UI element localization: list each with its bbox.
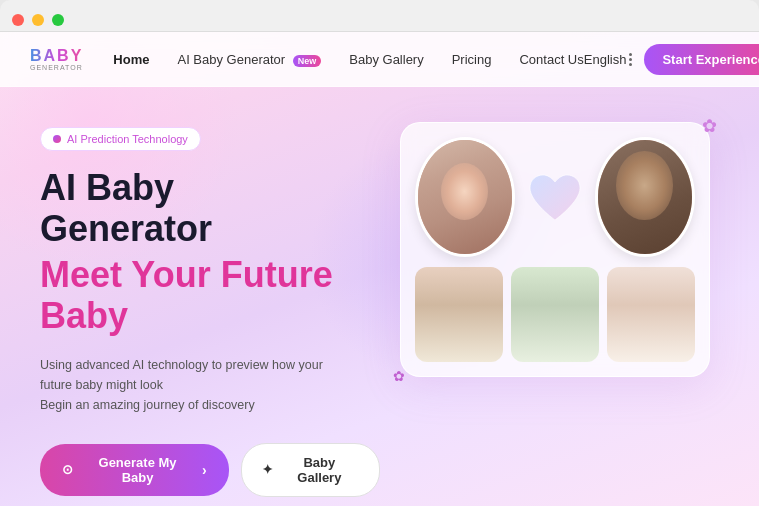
- baby-photo-3-fill: [607, 267, 695, 362]
- nav-right: English Start Experience: [584, 44, 759, 75]
- generate-my-baby-button[interactable]: ⊙ Generate My Baby ›: [40, 444, 229, 496]
- logo-baby-text: BABY: [30, 48, 83, 64]
- flower-decoration-top: ✿: [702, 115, 717, 137]
- hero-description: Using advanced AI technology to preview …: [40, 355, 380, 415]
- language-selector[interactable]: English: [584, 52, 633, 67]
- baby-photo-2-fill: [511, 267, 599, 362]
- nav-home[interactable]: Home: [113, 52, 149, 67]
- hero-right: ✿ ✿: [380, 117, 729, 486]
- language-label: English: [584, 52, 627, 67]
- ai-badge-text: AI Prediction Technology: [67, 133, 188, 145]
- nav-baby-gallery[interactable]: Baby Gallery: [349, 52, 423, 67]
- nav-ai-baby-generator[interactable]: AI Baby Generator New: [177, 52, 321, 67]
- start-experience-button[interactable]: Start Experience: [644, 44, 759, 75]
- hero-title-dark: AI Baby Generator: [40, 167, 380, 250]
- parents-row: [415, 137, 695, 257]
- baby-gallery-button[interactable]: ✦ Baby Gallery: [241, 443, 380, 497]
- ai-badge: AI Prediction Technology: [40, 127, 201, 151]
- nav-links: Home AI Baby Generator New Baby Gallery …: [113, 52, 583, 67]
- generate-icon: ⊙: [62, 462, 73, 477]
- hero-section: AI Prediction Technology AI Baby Generat…: [0, 87, 759, 506]
- babies-row: [415, 267, 695, 362]
- baby-photo-3: [607, 267, 695, 362]
- traffic-light-red[interactable]: [12, 14, 24, 26]
- traffic-light-yellow[interactable]: [32, 14, 44, 26]
- flower-decoration-bottom: ✿: [393, 368, 405, 384]
- hero-title-pink: Meet Your Future Baby: [40, 254, 380, 337]
- heart-center: [525, 170, 585, 225]
- baby-photo-1-fill: [415, 267, 503, 362]
- dad-photo: [595, 137, 695, 257]
- dad-photo-fill: [598, 140, 692, 254]
- new-badge: New: [293, 55, 322, 67]
- image-card: ✿ ✿: [400, 122, 710, 377]
- gallery-sparkle-icon: ✦: [262, 462, 273, 477]
- heart-icon: [525, 170, 585, 225]
- logo[interactable]: BABY GENERATOR: [30, 48, 83, 71]
- baby-photo-2: [511, 267, 599, 362]
- page: BABY GENERATOR Home AI Baby Generator Ne…: [0, 32, 759, 506]
- generate-arrow-icon: ›: [202, 462, 207, 478]
- mom-photo: [415, 137, 515, 257]
- nav-pricing[interactable]: Pricing: [452, 52, 492, 67]
- browser-chrome: [0, 0, 759, 32]
- hero-buttons: ⊙ Generate My Baby › ✦ Baby Gallery: [40, 443, 380, 497]
- language-dots-icon: [629, 53, 632, 66]
- nav-contact-us[interactable]: Contact Us: [519, 52, 583, 67]
- hero-left: AI Prediction Technology AI Baby Generat…: [40, 117, 380, 486]
- logo-generator-text: GENERATOR: [30, 64, 83, 71]
- mom-photo-fill: [418, 140, 512, 254]
- ai-badge-icon: [53, 135, 61, 143]
- traffic-light-green[interactable]: [52, 14, 64, 26]
- navbar: BABY GENERATOR Home AI Baby Generator Ne…: [0, 32, 759, 87]
- baby-photo-1: [415, 267, 503, 362]
